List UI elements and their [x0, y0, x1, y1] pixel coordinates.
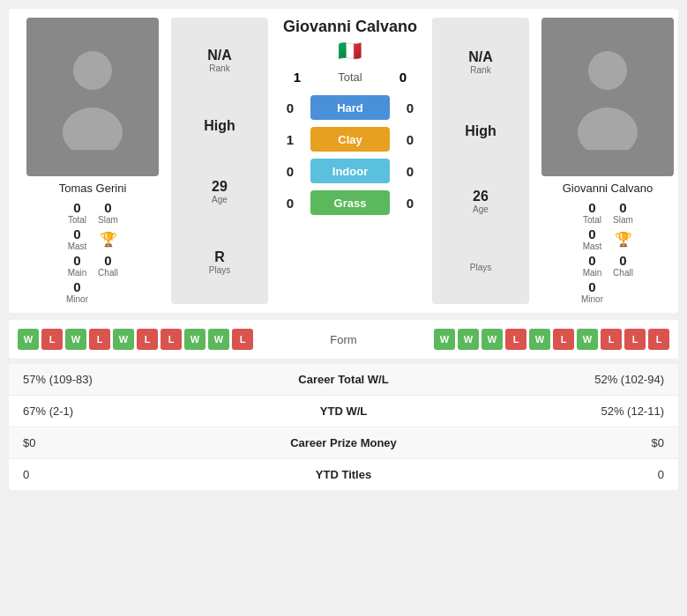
p2-minor-cell: 0 Minor: [581, 279, 603, 304]
total-row: 1 Total 0: [284, 70, 416, 85]
surface-row-hard: 0 Hard 0: [277, 95, 423, 120]
p1-total-value: 0: [73, 200, 80, 215]
stats-right-value: 52% (102-94): [432, 373, 665, 386]
p1-minor-value: 0: [73, 279, 80, 294]
stats-left-value: 67% (2-1): [23, 404, 256, 418]
p1-slam-label: Slam: [98, 215, 118, 225]
p2-chall-cell: 0 Chall: [612, 253, 634, 278]
p1-total-label: Total: [68, 215, 86, 225]
stats-right-value: $0: [432, 436, 665, 449]
p1-slam-value: 0: [104, 200, 111, 215]
stats-row: 57% (109-83)Career Total W/L52% (102-94): [9, 364, 678, 396]
player2-form-badges: WWWLWLWLLL: [434, 329, 669, 350]
surface-row-clay: 1 Clay 0: [277, 127, 423, 152]
p1-mast-label: Mast: [68, 241, 87, 251]
player1-avatar: [26, 18, 159, 176]
form-badge: W: [208, 329, 229, 350]
p1-mast-cell: 0 Mast: [66, 226, 88, 251]
p2-mast-cell: 0 Mast: [581, 226, 603, 251]
hard-label: Hard: [337, 101, 363, 115]
stats-table: 57% (109-83)Career Total W/L52% (102-94)…: [9, 364, 678, 490]
hard-p1-score: 0: [277, 100, 303, 115]
p1-rank-block: N/A Rank: [207, 48, 232, 73]
clay-btn[interactable]: Clay: [310, 127, 390, 152]
form-badge: L: [161, 329, 182, 350]
p1-age-label: Age: [212, 195, 228, 204]
p2-trophy-cell: 🏆: [612, 226, 634, 251]
p1-main-cell: 0 Main: [66, 253, 88, 278]
p2-total-label: Total: [583, 215, 601, 225]
svg-point-3: [578, 108, 638, 150]
p2-high-value: High: [465, 123, 497, 139]
player1-stats: 0 Total 0 Slam 0 Mast 🏆 0 Main: [66, 200, 119, 304]
form-badge: L: [624, 329, 646, 350]
stats-left-value: 57% (109-83): [23, 373, 256, 386]
form-row: WLWLWLLWWL Form WWWLWLWLLL: [18, 329, 669, 350]
p2-slam-cell: 0 Slam: [612, 200, 634, 225]
p2-mast-label: Mast: [583, 241, 602, 251]
p1-age-value: 29: [212, 179, 228, 195]
form-section: WLWLWLLWWL Form WWWLWLWLLL: [9, 320, 678, 359]
p2-age-block: 26 Age: [473, 189, 489, 214]
form-badge: L: [89, 329, 110, 350]
match-center: Giovanni Calvano 🇮🇹 1 Total 0 0 Hard 0: [272, 18, 429, 304]
player2-meta: N/A Rank High 26 Age Plays: [432, 18, 529, 304]
p2-minor-label: Minor: [581, 294, 603, 304]
clay-label: Clay: [338, 133, 362, 146]
p2-chall-value: 0: [619, 253, 626, 268]
p2-plays-block: Plays: [470, 263, 491, 272]
grass-p2-score: 0: [397, 196, 423, 211]
p1-plays-label: Plays: [209, 265, 230, 275]
p2-main-label: Main: [583, 268, 602, 278]
form-badge: L: [505, 329, 526, 350]
player1-card: Tomas Gerini 0 Total 0 Slam 0 Mast 🏆: [18, 18, 168, 304]
form-badge: W: [18, 329, 39, 350]
p2-main-value: 0: [588, 253, 595, 268]
form-badge: W: [458, 329, 479, 350]
form-badge: W: [184, 329, 205, 350]
p2-chall-label: Chall: [613, 268, 633, 278]
surface-row-indoor: 0 Indoor 0: [277, 159, 423, 183]
form-label: Form: [309, 333, 379, 346]
p1-chall-value: 0: [104, 253, 111, 268]
surface-rows: 0 Hard 0 1 Clay 0 0: [277, 95, 423, 222]
form-badge: W: [529, 329, 550, 350]
form-badge: L: [232, 329, 253, 350]
player2-card: Giovanni Calvano 0 Total 0 Slam 0 Mast 🏆: [533, 18, 683, 304]
form-badge: W: [577, 329, 598, 350]
indoor-btn[interactable]: Indoor: [310, 159, 390, 183]
p2-age-value: 26: [473, 189, 489, 204]
form-badge: W: [65, 329, 86, 350]
form-badge: W: [482, 329, 503, 350]
grass-label: Grass: [334, 197, 367, 210]
p1-main-value: 0: [73, 253, 80, 268]
p1-plays-value: R: [209, 249, 230, 265]
player2-header: Giovanni Calvano 🇮🇹: [283, 18, 417, 63]
player2-name: Giovanni Calvano: [563, 182, 653, 195]
svg-point-1: [63, 108, 123, 150]
match-top: Tomas Gerini 0 Total 0 Slam 0 Mast 🏆: [9, 9, 678, 313]
p2-minor-value: 0: [588, 279, 595, 294]
p1-plays-block: R Plays: [209, 249, 230, 275]
svg-point-2: [588, 51, 627, 90]
player1-meta: N/A Rank High 29 Age R Plays: [171, 18, 268, 304]
grass-btn[interactable]: Grass: [310, 190, 390, 215]
p1-minor-cell: 0 Minor: [66, 279, 88, 304]
p1-high-value: High: [204, 118, 235, 134]
total-p2-score: 0: [390, 70, 416, 85]
indoor-p1-score: 0: [277, 164, 303, 179]
p1-main-label: Main: [68, 268, 87, 278]
form-badge: L: [553, 329, 574, 350]
p1-trophy-cell: 🏆: [97, 226, 119, 251]
p1-slam-cell: 0 Slam: [97, 200, 119, 225]
stats-center-label: Career Prize Money: [256, 436, 432, 449]
stats-center-label: Career Total W/L: [256, 373, 432, 386]
hard-btn[interactable]: Hard: [310, 95, 390, 120]
form-badge: W: [434, 329, 455, 350]
p2-mast-value: 0: [588, 226, 595, 241]
form-badge: L: [137, 329, 158, 350]
player1-name: Tomas Gerini: [59, 182, 127, 195]
stats-right-value: 0: [432, 468, 665, 481]
grass-p1-score: 0: [277, 196, 303, 211]
player2-flag: 🇮🇹: [338, 40, 362, 63]
